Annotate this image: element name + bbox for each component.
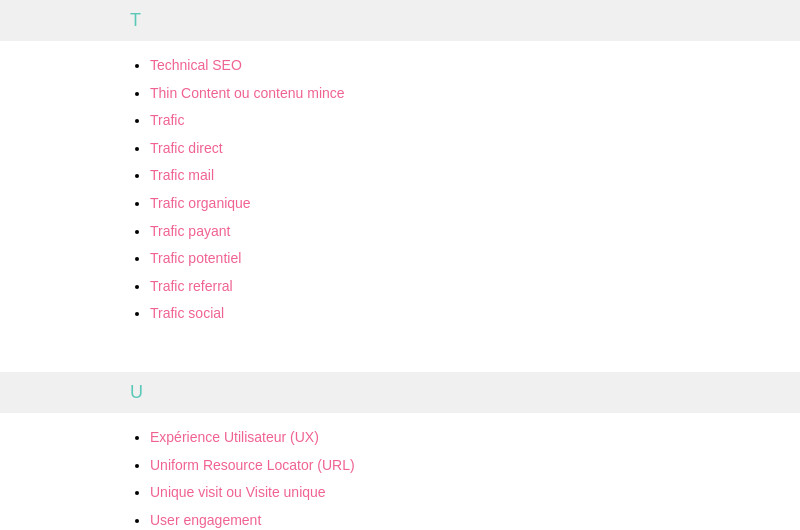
- list-item-link[interactable]: User engagement: [150, 512, 261, 528]
- section-u: UExpérience Utilisateur (UX)Uniform Reso…: [0, 372, 800, 530]
- section-letter-t: T: [130, 10, 141, 30]
- list-item: Trafic social: [150, 304, 780, 324]
- section-header-u: U: [0, 372, 800, 413]
- list-item-link[interactable]: Trafic potentiel: [150, 250, 241, 266]
- list-item: Trafic: [150, 111, 780, 131]
- section-t: TTechnical SEOThin Content ou contenu mi…: [0, 0, 800, 352]
- list-item-link[interactable]: Expérience Utilisateur (UX): [150, 429, 319, 445]
- list-item: Trafic organique: [150, 194, 780, 214]
- list-item-link[interactable]: Uniform Resource Locator (URL): [150, 457, 355, 473]
- list-item: Uniform Resource Locator (URL): [150, 456, 780, 476]
- list-item: Trafic mail: [150, 166, 780, 186]
- list-item: Trafic potentiel: [150, 249, 780, 269]
- list-item: Expérience Utilisateur (UX): [150, 428, 780, 448]
- list-item: Trafic referral: [150, 277, 780, 297]
- section-content-u: Expérience Utilisateur (UX)Uniform Resou…: [0, 423, 800, 530]
- list-item-link[interactable]: Trafic: [150, 112, 184, 128]
- section-content-t: Technical SEOThin Content ou contenu min…: [0, 51, 800, 352]
- list-item-link[interactable]: Trafic social: [150, 305, 224, 321]
- list-item-link[interactable]: Thin Content ou contenu mince: [150, 85, 345, 101]
- item-list-t: Technical SEOThin Content ou contenu min…: [130, 56, 780, 324]
- section-divider: [0, 352, 800, 372]
- list-item-link[interactable]: Trafic referral: [150, 278, 233, 294]
- list-item: Trafic direct: [150, 139, 780, 159]
- list-item-link[interactable]: Trafic mail: [150, 167, 214, 183]
- list-item: Trafic payant: [150, 222, 780, 242]
- list-item: Thin Content ou contenu mince: [150, 84, 780, 104]
- section-letter-u: U: [130, 382, 143, 402]
- list-item-link[interactable]: Trafic payant: [150, 223, 230, 239]
- list-item-link[interactable]: Trafic organique: [150, 195, 251, 211]
- section-header-t: T: [0, 0, 800, 41]
- list-item: User engagement: [150, 511, 780, 530]
- list-item-link[interactable]: Technical SEO: [150, 57, 242, 73]
- page-wrapper: TTechnical SEOThin Content ou contenu mi…: [0, 0, 800, 530]
- item-list-u: Expérience Utilisateur (UX)Uniform Resou…: [130, 428, 780, 530]
- list-item: Unique visit ou Visite unique: [150, 483, 780, 503]
- list-item-link[interactable]: Unique visit ou Visite unique: [150, 484, 326, 500]
- list-item-link[interactable]: Trafic direct: [150, 140, 223, 156]
- list-item: Technical SEO: [150, 56, 780, 76]
